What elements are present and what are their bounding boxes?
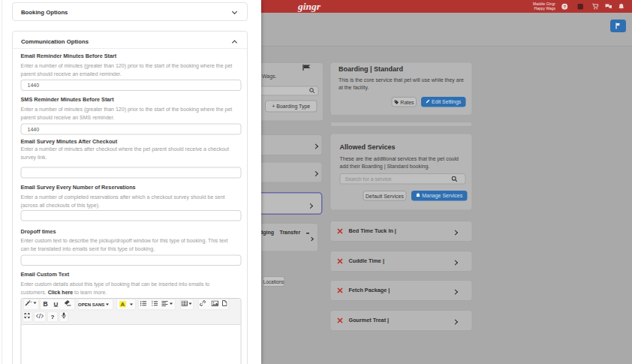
svg-text:?: ? xyxy=(563,5,566,9)
